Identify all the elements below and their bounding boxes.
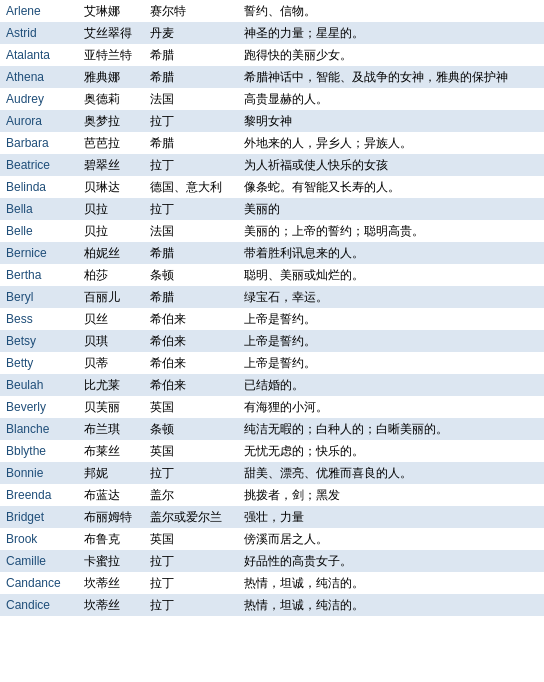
cell-chinese: 百丽儿	[78, 286, 145, 308]
names-table: Arlene艾琳娜赛尔特誓约、信物。Astrid艾丝翠得丹麦神圣的力量；星星的。…	[0, 0, 544, 616]
cell-chinese: 芭芭拉	[78, 132, 145, 154]
cell-name[interactable]: Beryl	[0, 286, 78, 308]
table-row: Beverly贝芙丽英国有海狸的小河。	[0, 396, 544, 418]
cell-chinese: 邦妮	[78, 462, 145, 484]
cell-origin: 英国	[144, 440, 237, 462]
table-row: Candice坎蒂丝拉丁热情，坦诚，纯洁的。	[0, 594, 544, 616]
cell-origin: 希腊	[144, 286, 237, 308]
table-row: Brook布鲁克英国傍溪而居之人。	[0, 528, 544, 550]
cell-chinese: 布蓝达	[78, 484, 145, 506]
table-row: Astrid艾丝翠得丹麦神圣的力量；星星的。	[0, 22, 544, 44]
cell-name[interactable]: Beatrice	[0, 154, 78, 176]
cell-meaning: 有海狸的小河。	[238, 396, 544, 418]
cell-meaning: 聪明、美丽或灿烂的。	[238, 264, 544, 286]
cell-name[interactable]: Belinda	[0, 176, 78, 198]
cell-meaning: 神圣的力量；星星的。	[238, 22, 544, 44]
table-row: Candance坎蒂丝拉丁热情，坦诚，纯洁的。	[0, 572, 544, 594]
cell-name[interactable]: Barbara	[0, 132, 78, 154]
cell-chinese: 贝丝	[78, 308, 145, 330]
table-row: Bonnie邦妮拉丁甜美、漂亮、优雅而喜良的人。	[0, 462, 544, 484]
cell-chinese: 坎蒂丝	[78, 594, 145, 616]
table-row: Beryl百丽儿希腊绿宝石，幸运。	[0, 286, 544, 308]
table-row: Bblythe布莱丝英国无忧无虑的；快乐的。	[0, 440, 544, 462]
cell-chinese: 布兰琪	[78, 418, 145, 440]
cell-name[interactable]: Betsy	[0, 330, 78, 352]
cell-name[interactable]: Arlene	[0, 0, 78, 22]
cell-name[interactable]: Breenda	[0, 484, 78, 506]
cell-meaning: 外地来的人，异乡人；异族人。	[238, 132, 544, 154]
cell-chinese: 艾琳娜	[78, 0, 145, 22]
table-row: Belinda贝琳达德国、意大利像条蛇。有智能又长寿的人。	[0, 176, 544, 198]
cell-name[interactable]: Blanche	[0, 418, 78, 440]
cell-meaning: 傍溪而居之人。	[238, 528, 544, 550]
cell-name[interactable]: Bertha	[0, 264, 78, 286]
cell-name[interactable]: Candice	[0, 594, 78, 616]
cell-name[interactable]: Astrid	[0, 22, 78, 44]
cell-origin: 拉丁	[144, 594, 237, 616]
cell-origin: 拉丁	[144, 154, 237, 176]
cell-origin: 德国、意大利	[144, 176, 237, 198]
cell-name[interactable]: Beulah	[0, 374, 78, 396]
cell-chinese: 雅典娜	[78, 66, 145, 88]
cell-name[interactable]: Betty	[0, 352, 78, 374]
cell-origin: 条顿	[144, 418, 237, 440]
cell-chinese: 卡蜜拉	[78, 550, 145, 572]
cell-meaning: 带着胜利讯息来的人。	[238, 242, 544, 264]
table-row: Audrey奥德莉法国高贵显赫的人。	[0, 88, 544, 110]
cell-name[interactable]: Brook	[0, 528, 78, 550]
cell-meaning: 强壮，力量	[238, 506, 544, 528]
cell-meaning: 热情，坦诚，纯洁的。	[238, 594, 544, 616]
cell-chinese: 碧翠丝	[78, 154, 145, 176]
cell-meaning: 绿宝石，幸运。	[238, 286, 544, 308]
cell-meaning: 跑得快的美丽少女。	[238, 44, 544, 66]
table-row: Bridget布丽姆特盖尔或爱尔兰强壮，力量	[0, 506, 544, 528]
cell-meaning: 上帝是誓约。	[238, 330, 544, 352]
cell-origin: 希腊	[144, 242, 237, 264]
cell-chinese: 奥德莉	[78, 88, 145, 110]
cell-origin: 拉丁	[144, 550, 237, 572]
cell-chinese: 布鲁克	[78, 528, 145, 550]
cell-origin: 丹麦	[144, 22, 237, 44]
cell-name[interactable]: Bridget	[0, 506, 78, 528]
cell-name[interactable]: Belle	[0, 220, 78, 242]
table-row: Beulah比尤莱希伯来已结婚的。	[0, 374, 544, 396]
cell-chinese: 布丽姆特	[78, 506, 145, 528]
cell-origin: 拉丁	[144, 198, 237, 220]
cell-meaning: 高贵显赫的人。	[238, 88, 544, 110]
cell-chinese: 贝蒂	[78, 352, 145, 374]
cell-chinese: 贝芙丽	[78, 396, 145, 418]
cell-origin: 英国	[144, 528, 237, 550]
cell-name[interactable]: Candance	[0, 572, 78, 594]
cell-meaning: 誓约、信物。	[238, 0, 544, 22]
cell-chinese: 坎蒂丝	[78, 572, 145, 594]
cell-name[interactable]: Aurora	[0, 110, 78, 132]
cell-origin: 赛尔特	[144, 0, 237, 22]
cell-meaning: 为人祈福或使人快乐的女孩	[238, 154, 544, 176]
cell-origin: 盖尔	[144, 484, 237, 506]
cell-origin: 法国	[144, 88, 237, 110]
cell-chinese: 柏莎	[78, 264, 145, 286]
table-row: Atalanta亚特兰特希腊跑得快的美丽少女。	[0, 44, 544, 66]
table-row: Bernice柏妮丝希腊带着胜利讯息来的人。	[0, 242, 544, 264]
table-row: Betsy贝琪希伯来上帝是誓约。	[0, 330, 544, 352]
cell-name[interactable]: Audrey	[0, 88, 78, 110]
cell-chinese: 奥梦拉	[78, 110, 145, 132]
cell-origin: 法国	[144, 220, 237, 242]
cell-name[interactable]: Bess	[0, 308, 78, 330]
cell-meaning: 好品性的高贵女子。	[238, 550, 544, 572]
cell-name[interactable]: Athena	[0, 66, 78, 88]
cell-origin: 希腊	[144, 132, 237, 154]
cell-chinese: 贝琳达	[78, 176, 145, 198]
cell-meaning: 像条蛇。有智能又长寿的人。	[238, 176, 544, 198]
cell-name[interactable]: Bernice	[0, 242, 78, 264]
cell-chinese: 柏妮丝	[78, 242, 145, 264]
cell-name[interactable]: Camille	[0, 550, 78, 572]
cell-meaning: 已结婚的。	[238, 374, 544, 396]
cell-name[interactable]: Beverly	[0, 396, 78, 418]
cell-meaning: 挑拨者，剑；黑发	[238, 484, 544, 506]
cell-name[interactable]: Bella	[0, 198, 78, 220]
cell-meaning: 纯洁无暇的；白种人的；白晰美丽的。	[238, 418, 544, 440]
cell-name[interactable]: Atalanta	[0, 44, 78, 66]
cell-name[interactable]: Bonnie	[0, 462, 78, 484]
cell-name[interactable]: Bblythe	[0, 440, 78, 462]
